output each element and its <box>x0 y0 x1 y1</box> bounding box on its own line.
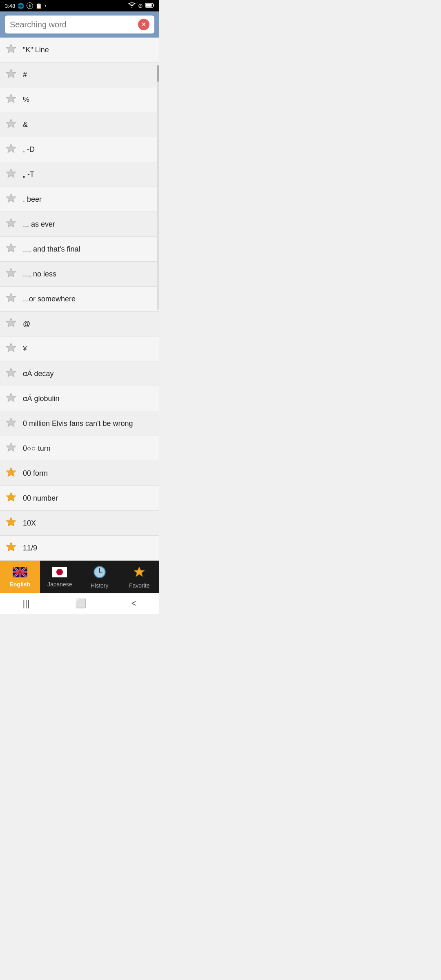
info-icon: ℹ <box>27 2 33 9</box>
list-item[interactable]: ... as ever <box>0 212 159 237</box>
star-icon[interactable] <box>5 43 23 57</box>
svg-marker-5 <box>6 94 16 103</box>
svg-marker-14 <box>6 318 16 327</box>
svg-marker-23 <box>6 542 16 551</box>
word-text: 00 form <box>23 469 48 478</box>
search-bar: × <box>0 11 159 38</box>
list-item[interactable]: ..., and that's final <box>0 237 159 262</box>
word-text: 00 number <box>23 494 58 503</box>
status-bar: 3:48 🌐 ℹ 📋 • ⊘ <box>0 0 159 11</box>
star-icon[interactable] <box>5 367 23 381</box>
svg-marker-4 <box>6 69 16 78</box>
status-right: ⊘ <box>128 2 154 9</box>
list-item[interactable]: @ <box>0 312 159 336</box>
star-icon[interactable] <box>5 143 23 156</box>
list-item[interactable]: "K" Line <box>0 38 159 62</box>
star-icon[interactable] <box>5 317 23 331</box>
star-icon[interactable] <box>5 192 23 206</box>
list-item[interactable]: ...or somewhere <box>0 287 159 312</box>
list-item[interactable]: αÁ decay <box>0 361 159 386</box>
no-sign-icon: ⊘ <box>138 2 143 9</box>
japanese-flag-icon <box>52 567 67 579</box>
clear-search-button[interactable]: × <box>138 19 149 30</box>
star-icon[interactable] <box>5 93 23 107</box>
back-nav-button[interactable]: < <box>123 595 145 612</box>
tab-english-label: English <box>9 581 30 588</box>
menu-nav-button[interactable]: ||| <box>14 595 38 612</box>
tab-bar: English Japanese History <box>0 561 159 593</box>
svg-marker-8 <box>6 169 16 178</box>
clipboard-icon: 📋 <box>36 3 42 9</box>
list-item[interactable]: & <box>0 112 159 137</box>
nav-bar: ||| ⬜ < <box>0 593 159 614</box>
word-text: „ -T <box>23 170 34 179</box>
list-item[interactable]: # <box>0 62 159 87</box>
dot-icon: • <box>45 4 46 8</box>
list-item[interactable]: 10X <box>0 511 159 536</box>
star-icon[interactable] <box>5 242 23 256</box>
word-text: 10X <box>23 519 36 528</box>
svg-marker-19 <box>6 443 16 452</box>
word-text: . beer <box>23 195 42 204</box>
list-item[interactable]: 00 form <box>0 461 159 486</box>
star-icon[interactable] <box>5 516 23 530</box>
word-text: 0 million Elvis fans can't be wrong <box>23 419 133 428</box>
list-item[interactable]: 11/9 <box>0 536 159 561</box>
tab-english[interactable]: English <box>0 561 40 593</box>
list-item[interactable]: . beer <box>0 187 159 212</box>
list-item[interactable]: ..., no less <box>0 262 159 287</box>
home-nav-button[interactable]: ⬜ <box>67 595 94 612</box>
word-text: 0○○ turn <box>23 444 51 453</box>
list-item[interactable]: αÁ globulin <box>0 386 159 411</box>
search-input-wrapper[interactable]: × <box>5 16 154 33</box>
svg-marker-11 <box>6 243 16 252</box>
star-icon[interactable] <box>5 217 23 231</box>
favorite-star-icon <box>133 566 146 581</box>
word-text: @ <box>23 320 30 328</box>
star-icon[interactable] <box>5 68 23 82</box>
list-item[interactable]: 0○○ turn <box>0 436 159 461</box>
list-item[interactable]: 0 million Elvis fans can't be wrong <box>0 411 159 436</box>
star-icon[interactable] <box>5 267 23 281</box>
list-item[interactable]: , -D <box>0 137 159 162</box>
word-text: ... as ever <box>23 220 55 229</box>
word-text: 11/9 <box>23 544 37 552</box>
tab-favorite-label: Favorite <box>129 582 150 589</box>
word-text: & <box>23 120 28 129</box>
search-input[interactable] <box>10 20 138 29</box>
svg-marker-3 <box>6 44 16 53</box>
list-item[interactable]: „ -T <box>0 162 159 187</box>
word-text: ...or somewhere <box>23 295 76 303</box>
tab-history[interactable]: History <box>80 561 120 593</box>
star-icon[interactable] <box>5 541 23 555</box>
star-icon[interactable] <box>5 167 23 181</box>
svg-marker-7 <box>6 144 16 153</box>
svg-marker-16 <box>6 368 16 377</box>
scrollbar-thumb[interactable] <box>157 65 159 82</box>
svg-marker-6 <box>6 119 16 128</box>
svg-point-31 <box>99 571 100 572</box>
scrollbar-track[interactable] <box>157 65 159 310</box>
word-text: αÁ decay <box>23 370 53 378</box>
star-icon[interactable] <box>5 392 23 405</box>
clear-icon: × <box>142 21 145 28</box>
list-item[interactable]: % <box>0 87 159 112</box>
star-icon[interactable] <box>5 466 23 480</box>
star-icon[interactable] <box>5 342 23 356</box>
tab-favorite[interactable]: Favorite <box>120 561 160 593</box>
svg-marker-13 <box>6 293 16 302</box>
word-text: # <box>23 71 27 79</box>
status-left: 3:48 🌐 ℹ 📋 • <box>5 2 46 9</box>
star-icon[interactable] <box>5 118 23 131</box>
tab-japanese[interactable]: Japanese <box>40 561 80 593</box>
wifi-icon <box>128 2 136 9</box>
list-item[interactable]: ¥ <box>0 336 159 361</box>
svg-marker-15 <box>6 343 16 352</box>
star-icon[interactable] <box>5 416 23 430</box>
list-item[interactable]: 00 number <box>0 486 159 511</box>
star-icon[interactable] <box>5 491 23 505</box>
star-icon[interactable] <box>5 441 23 455</box>
english-flag-icon <box>13 567 27 579</box>
history-clock-icon <box>93 566 106 581</box>
star-icon[interactable] <box>5 292 23 306</box>
